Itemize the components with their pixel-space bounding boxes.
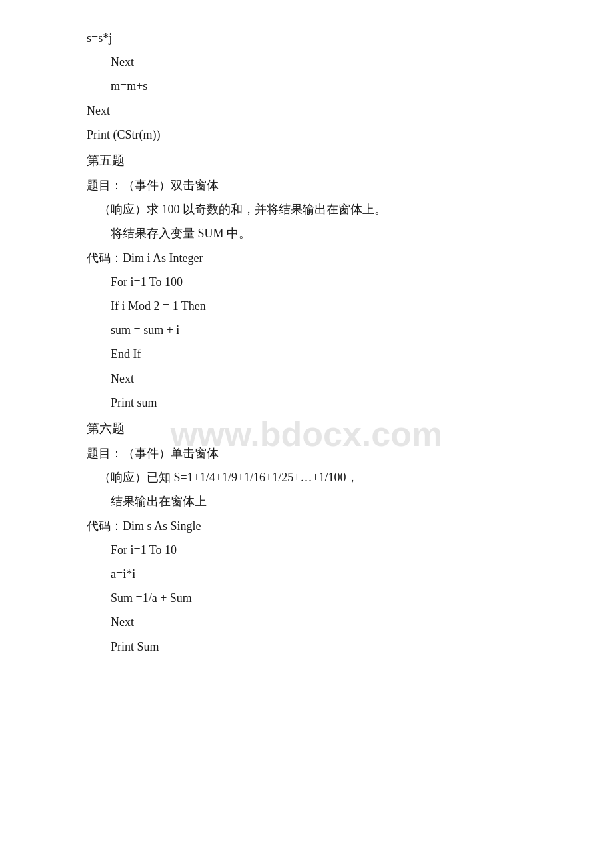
line2: Next bbox=[87, 51, 560, 73]
line7: 题目：（事件）双击窗体 bbox=[87, 174, 560, 197]
line11: For i=1 To 100 bbox=[87, 271, 560, 293]
line20: 结果输出在窗体上 bbox=[87, 490, 560, 513]
line25: Next bbox=[87, 611, 560, 633]
line5: Print (CStr(m)) bbox=[87, 123, 560, 146]
line21: 代码：Dim s As Single bbox=[87, 515, 560, 537]
line17: 第六题 bbox=[87, 417, 560, 441]
line26: Print Sum bbox=[87, 635, 560, 658]
line19: （响应）已知 S=1+1/4+1/9+1/16+1/25+…+1/100， bbox=[87, 466, 560, 489]
line16: Print sum bbox=[87, 391, 560, 414]
line22: For i=1 To 10 bbox=[87, 539, 560, 561]
line3: m=m+s bbox=[87, 75, 560, 97]
line10: 代码：Dim i As Integer bbox=[87, 247, 560, 269]
line24: Sum =1/a + Sum bbox=[87, 587, 560, 609]
page-content: s=s*j Next m=m+s Next Print (CStr(m)) 第五… bbox=[0, 0, 613, 686]
line15: Next bbox=[87, 367, 560, 390]
line4: Next bbox=[87, 99, 560, 122]
line18: 题目：（事件）单击窗体 bbox=[87, 442, 560, 465]
line12: If i Mod 2 = 1 Then bbox=[87, 295, 560, 317]
line23: a=i*i bbox=[87, 563, 560, 585]
line9: 将结果存入变量 SUM 中。 bbox=[87, 222, 560, 245]
line6: 第五题 bbox=[87, 149, 560, 173]
line13: sum = sum + i bbox=[87, 319, 560, 341]
line1: s=s*j bbox=[87, 27, 560, 49]
line8: （响应）求 100 以奇数的和，并将结果输出在窗体上。 bbox=[87, 198, 560, 221]
line14: End If bbox=[87, 343, 560, 365]
